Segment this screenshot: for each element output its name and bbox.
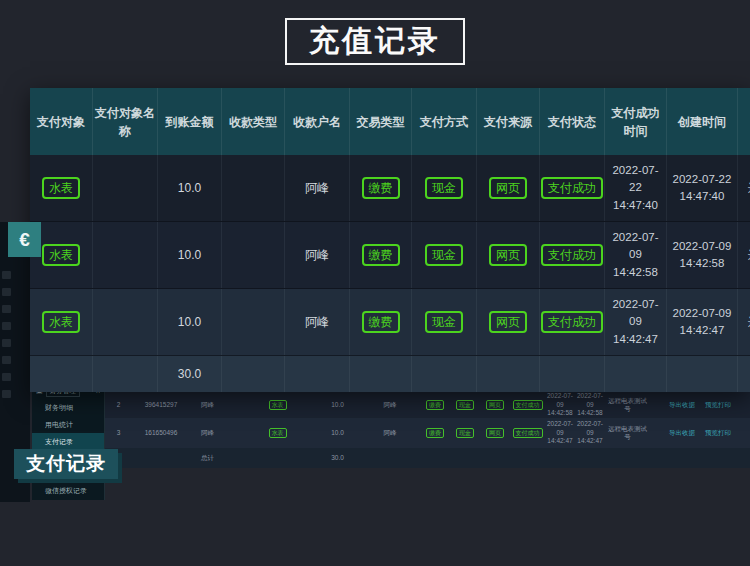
account-name: 阿峰 [285,222,350,288]
remark: 远程电表测试号 [738,222,750,288]
trade-type-badge: 缴费 [420,400,450,410]
table-row: 水表 10.0 阿峰 缴费 现金 网页 支付成功 2022-07-22 14:4… [30,155,750,222]
status-cell: 支付成功 [540,155,605,221]
trade-type-cell: 缴费 [350,289,412,355]
export-receipt-link[interactable]: 导出收据 [669,401,695,408]
amount: 10.0 [158,289,222,355]
account-name: 阿峰 [360,429,420,437]
preview-print-link[interactable]: 预览打印 [705,429,731,436]
meter-badge: 水表 [255,400,300,410]
status-badge: 支付成功 [510,400,545,410]
success-time: 2022-07-09 14:42:47 [545,420,575,445]
status-cell: 支付成功 [540,222,605,288]
trade-type-badge: 缴费 [362,244,400,266]
sidebar-item-finance-detail[interactable]: 财务明细 [32,399,104,416]
table-row: 水表 10.0 阿峰 缴费 现金 网页 支付成功 2022-07-09 14:4… [30,289,750,356]
account-name: 阿峰 [360,401,420,409]
col-header-amount: 到账金额 [158,88,222,155]
trade-type-cell: 缴费 [350,155,412,221]
status-badge: 支付成功 [541,244,603,266]
sidebar-item-power-stats[interactable]: 用电统计 [32,416,104,433]
meter-badge: 水表 [42,311,80,333]
ghost-menu-item [2,322,11,330]
status-badge: 支付成功 [541,311,603,333]
remark: 远程电表测试号 [738,155,750,221]
trade-type-badge: 缴费 [362,177,400,199]
source-badge: 网页 [489,177,527,199]
source-cell: 网页 [477,289,540,355]
success-time: 2022-07-09 14:42:58 [545,392,575,417]
order-number: 161650496 [132,429,190,437]
pay-object-name [93,155,158,221]
source-cell: 网页 [477,155,540,221]
amount: 10.0 [158,155,222,221]
ghost-menu-item [2,288,11,296]
pay-object-name [93,222,158,288]
app-logo-coin-icon: € [8,222,41,257]
trade-type-cell: 缴费 [350,222,412,288]
sidebar-item-wechat-auth[interactable]: 微信授权记录 [32,482,104,499]
remark: 远程电表测试号 [605,397,650,414]
meter-badge-cell: 水表 [30,289,93,355]
create-time: 2022-07-09 14:42:58 [575,392,605,417]
source-badge: 网页 [489,311,527,333]
background-table: 2 396415297 阿峰 水表 10.0 阿峰 缴费 现金 网页 支付成功 … [105,385,750,470]
ghost-menu-item [2,373,11,381]
col-header-source: 支付来源 [477,88,540,155]
col-header-account: 收款户名 [285,88,350,155]
payer-name: 阿峰 [190,401,225,409]
sidebar-item-payment-records[interactable]: 支付记录 [32,433,104,450]
ghost-menu-item [2,390,11,398]
amount: 10.0 [315,401,360,409]
ghost-menu-item [2,271,11,279]
ghost-menu-item [2,339,11,347]
export-receipt-link[interactable]: 导出收据 [669,429,695,436]
recv-type [222,155,285,221]
remark: 远程电表测试号 [605,425,650,442]
create-time-cell: 2022-07-22 14:47:40 [667,155,738,221]
amount: 10.0 [158,222,222,288]
total-label: 总计 [190,454,225,462]
method-cell: 现金 [412,289,477,355]
meter-badge: 水表 [42,177,80,199]
row-actions: 导出收据 预览打印 [650,429,750,437]
recv-type [222,222,285,288]
create-time-cell: 2022-07-09 14:42:58 [667,222,738,288]
status-cell: 支付成功 [540,289,605,355]
col-header-success-time: 支付成功时间 [605,88,667,155]
page-title: 充值记录 [309,21,441,62]
remark: 远程电表测试号 [738,289,750,355]
col-header-create-time: 创建时间 [667,88,738,155]
source-cell: 网页 [477,222,540,288]
meter-badge-cell: 水表 [30,155,93,221]
row-index: 3 [105,429,132,437]
trade-type-badge: 缴费 [420,428,450,438]
sidebar-menu: ▣ 财务管理 ˄ 财务明细 用电统计 支付记录 微信授权记录 [32,383,105,500]
meter-badge: 水表 [42,244,80,266]
col-header-status: 支付状态 [540,88,605,155]
euro-coin-glyph: € [19,229,30,251]
ghost-menu-item [2,305,11,313]
status-badge: 支付成功 [541,177,603,199]
table-row: 3 161650496 阿峰 水表 10.0 阿峰 缴费 现金 网页 支付成功 … [105,418,750,448]
method-badge: 现金 [450,400,480,410]
col-header-pay-object: 支付对象 [30,88,93,155]
col-header-method: 支付方式 [412,88,477,155]
status-badge: 支付成功 [510,428,545,438]
method-badge: 现金 [425,244,463,266]
preview-print-link[interactable]: 预览打印 [705,401,731,408]
create-time-cell: 2022-07-09 14:42:47 [667,289,738,355]
account-name: 阿峰 [285,289,350,355]
table-summary-row: 30.0 [30,356,750,392]
recv-type [222,289,285,355]
create-time: 2022-07-09 14:42:47 [575,420,605,445]
order-number: 396415297 [132,401,190,409]
amount: 10.0 [315,429,360,437]
recharge-records-table: 支付对象 支付对象名称 到账金额 收款类型 收款户名 交易类型 支付方式 支付来… [30,88,750,392]
method-badge: 现金 [425,177,463,199]
payer-name: 阿峰 [190,429,225,437]
source-badge: 网页 [480,400,510,410]
table-total-row: 总计 30.0 [105,448,750,468]
sidebar-zoom-label: 支付记录 [26,451,106,477]
source-badge: 网页 [480,428,510,438]
